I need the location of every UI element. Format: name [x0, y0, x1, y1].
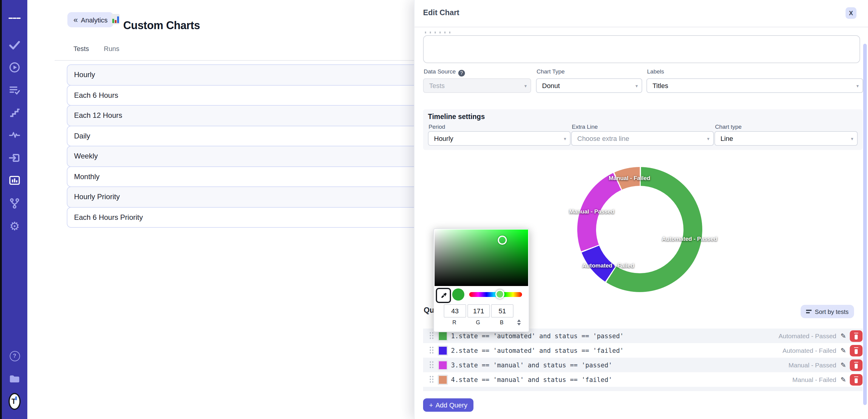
analytics-chart-icon-active[interactable] — [8, 174, 21, 186]
help-icon[interactable]: ? — [8, 350, 21, 362]
blue-input[interactable] — [491, 304, 514, 318]
steps-icon[interactable] — [8, 107, 21, 119]
red-label: R — [444, 320, 465, 326]
query-code: state == 'manual' and status == 'failed' — [459, 376, 612, 383]
timeline-chart-type-select[interactable]: Line▼ — [714, 131, 858, 146]
back-to-analytics-button[interactable]: « Analytics — [67, 12, 114, 27]
list-item[interactable]: Hourly Priority — [67, 186, 435, 207]
extra-line-placeholder: Choose extra line — [577, 135, 629, 142]
chart-description-textarea[interactable] — [423, 35, 860, 63]
plus-icon: + — [429, 401, 433, 409]
sort-by-tests-button[interactable]: Sort by tests — [801, 305, 854, 318]
test-plans-list-check-icon[interactable] — [8, 84, 21, 96]
chart-type-select[interactable]: Donut▼ — [536, 78, 642, 93]
timeline-settings-title: Timeline settings — [428, 113, 485, 120]
list-item[interactable]: Each 6 Hours — [67, 85, 435, 106]
hue-slider-handle[interactable] — [495, 290, 504, 299]
labels-value: Titles — [653, 82, 668, 89]
eyedropper-icon — [440, 292, 447, 299]
mode-toggle-icon[interactable] — [517, 319, 521, 326]
list-item[interactable]: Monthly — [67, 166, 435, 187]
saturation-area[interactable] — [435, 230, 528, 286]
query-row: 2.state == 'automated' and status == 'fa… — [423, 343, 863, 358]
chevron-down-icon: ▼ — [634, 84, 639, 88]
red-input[interactable] — [444, 304, 466, 318]
bar-chart-emoji-icon — [111, 14, 120, 24]
chevron-left-icon: « — [73, 15, 78, 24]
query-color-swatch[interactable] — [438, 331, 448, 341]
drag-handle-icon[interactable] — [429, 346, 435, 355]
list-item[interactable]: Each 6 Hours Priority — [67, 207, 435, 228]
color-picker-popover: R G B — [433, 228, 529, 332]
query-code: state == 'manual' and status == 'passed' — [459, 361, 612, 368]
drag-handle-icon[interactable] — [429, 375, 435, 384]
chart-list: Hourly Each 6 Hours Each 12 Hours Daily … — [67, 65, 435, 228]
page-title: Custom Charts — [123, 20, 200, 32]
panel-scrollbar-thumb[interactable] — [863, 44, 867, 405]
query-tag: Automated - Failed — [782, 347, 836, 354]
edit-pencil-icon[interactable]: ✎ — [841, 361, 846, 369]
query-expression: 3.state == 'manual' and status == 'passe… — [451, 361, 612, 368]
list-item[interactable]: Daily — [67, 125, 435, 146]
chart-type-value: Donut — [542, 82, 560, 89]
extra-line-label: Extra Line — [572, 123, 598, 130]
eyedropper-button[interactable] — [436, 288, 451, 303]
query-color-swatch[interactable] — [438, 360, 448, 370]
delete-query-button[interactable] — [850, 374, 863, 385]
list-item[interactable]: Each 12 Hours — [67, 105, 435, 126]
query-row: 4.state == 'manual' and status == 'faile… — [423, 372, 863, 387]
docs-folder-icon[interactable] — [8, 373, 21, 385]
tab-tests[interactable]: Tests — [73, 45, 89, 52]
runs-play-icon[interactable] — [8, 61, 21, 73]
drag-handle-icon[interactable] — [429, 361, 435, 369]
query-number: 1. — [451, 332, 459, 339]
menu-icon[interactable] — [8, 12, 21, 24]
back-button-label: Analytics — [81, 16, 107, 23]
saturation-cursor[interactable] — [498, 236, 507, 245]
drag-handle-icon[interactable] — [429, 332, 435, 340]
chart-type-label: Chart Type — [536, 68, 565, 75]
query-number: 3. — [451, 361, 459, 368]
donut-chart-preview: Manual - Failed Manual - Passed Automate… — [577, 167, 702, 292]
icon-rail: ⚙ ? T — [2, 0, 27, 419]
delete-query-button[interactable] — [850, 330, 863, 341]
close-edit-panel-button[interactable]: X — [845, 7, 857, 19]
add-query-button[interactable]: + Add Query — [423, 398, 473, 412]
logo-accent — [15, 396, 17, 400]
donut-hole — [596, 186, 683, 273]
query-expression: 4.state == 'manual' and status == 'faile… — [451, 376, 612, 383]
edit-pencil-icon[interactable]: ✎ — [841, 376, 846, 384]
query-tag: Automated - Passed — [778, 332, 836, 339]
add-query-label: Add Query — [436, 401, 467, 409]
green-input[interactable] — [467, 304, 490, 318]
extra-line-select[interactable]: Choose extra line▼ — [571, 131, 714, 146]
delete-query-button[interactable] — [850, 345, 863, 356]
edit-pencil-icon[interactable]: ✎ — [841, 332, 846, 340]
tabs-divider — [55, 60, 441, 61]
data-source-select[interactable]: Tests▼ — [423, 78, 531, 93]
branch-icon[interactable] — [8, 197, 21, 210]
help-question-icon[interactable]: ? — [458, 70, 465, 77]
query-color-swatch[interactable] — [438, 345, 448, 356]
query-tag: Manual - Passed — [788, 361, 836, 368]
import-icon[interactable] — [8, 152, 21, 164]
chevron-down-icon: ▼ — [856, 84, 860, 88]
app-logo[interactable]: T — [8, 395, 21, 408]
edit-pencil-icon[interactable]: ✎ — [841, 347, 846, 354]
slice-label-manual-failed: Manual - Failed — [609, 175, 650, 181]
edit-chart-title: Edit Chart — [423, 8, 459, 17]
query-color-swatch[interactable] — [438, 375, 448, 385]
list-item[interactable]: Hourly — [67, 64, 435, 85]
delete-query-button[interactable] — [850, 359, 863, 371]
pulse-icon[interactable] — [8, 129, 21, 141]
chevron-down-icon: ▼ — [850, 136, 854, 141]
list-item[interactable]: Weekly — [67, 146, 435, 167]
labels-select[interactable]: Titles▼ — [646, 78, 863, 93]
chevron-down-icon: ▼ — [563, 136, 567, 141]
period-select[interactable]: Hourly▼ — [428, 131, 570, 146]
header-divider — [414, 27, 868, 27]
tests-check-icon[interactable] — [8, 39, 21, 51]
settings-gear-icon[interactable]: ⚙ — [8, 220, 21, 232]
tab-runs[interactable]: Runs — [104, 45, 119, 52]
query-number: 4. — [451, 376, 459, 383]
